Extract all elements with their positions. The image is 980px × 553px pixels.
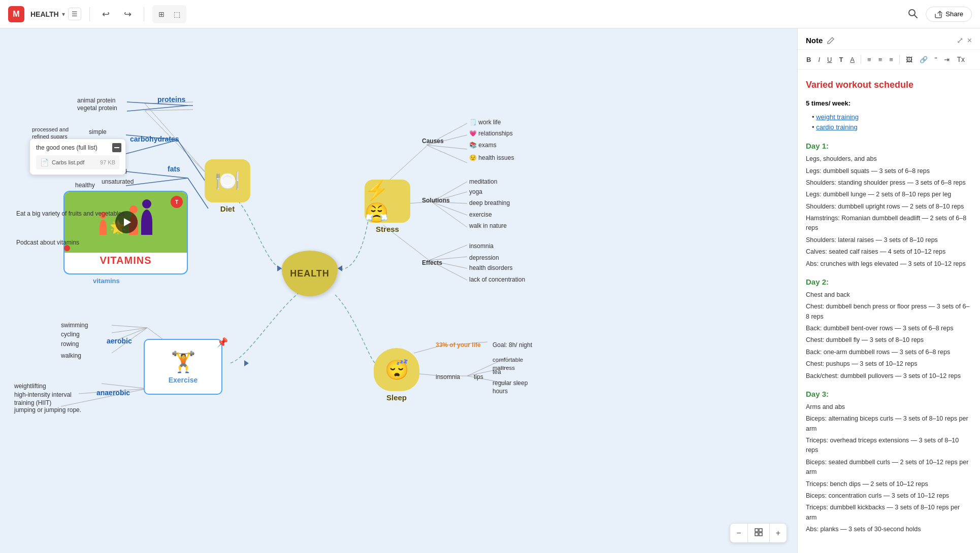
italic-button[interactable]: I bbox=[815, 54, 823, 65]
note-label: Note bbox=[806, 36, 823, 45]
svg-line-25 bbox=[432, 202, 467, 227]
svg-marker-47 bbox=[277, 265, 282, 271]
causes-label: Causes bbox=[422, 137, 444, 145]
chevron-down-icon[interactable]: ▾ bbox=[62, 11, 65, 18]
note-title-area: Note bbox=[806, 36, 835, 45]
underline-button[interactable]: U bbox=[825, 54, 834, 65]
document-title[interactable]: HEALTH bbox=[30, 10, 59, 18]
logo-letter: M bbox=[13, 10, 19, 19]
main-area: HEALTH 🍽️ Diet ⚡😤 Stress 🏋️ Exercise 😴 S… bbox=[0, 28, 980, 553]
file-name: Carbs list.pdf bbox=[52, 159, 84, 165]
note-subtitle: 5 times/ week: bbox=[806, 98, 972, 109]
clear-format-button[interactable]: Tx bbox=[954, 54, 967, 65]
undo-button[interactable]: ↩ bbox=[98, 6, 114, 23]
sleep-icon-box: 😴 bbox=[374, 348, 419, 391]
note-content[interactable]: Varied workout schedule 5 times/ week: w… bbox=[798, 70, 980, 553]
exercise-node[interactable]: 🏋️ Exercise bbox=[144, 339, 222, 395]
day3-item-5: Triceps: dumbbell kickbacks — 3 sets of … bbox=[806, 503, 972, 523]
walking: walking bbox=[61, 352, 81, 359]
svg-rect-52 bbox=[755, 529, 758, 532]
popup-close-icon[interactable] bbox=[112, 143, 121, 152]
note-edit-icon[interactable] bbox=[827, 37, 835, 45]
svg-rect-54 bbox=[755, 533, 758, 536]
sleep-pct: 33% of your life bbox=[436, 341, 481, 349]
stress-icon-box: ⚡😤 bbox=[365, 180, 410, 223]
redo-button[interactable]: ↪ bbox=[120, 6, 136, 23]
weight-training-link[interactable]: weight training bbox=[816, 113, 859, 121]
svg-line-14 bbox=[126, 178, 188, 186]
align-button[interactable]: ≡ bbox=[887, 54, 896, 65]
image-button[interactable]: 🖼 bbox=[903, 54, 915, 65]
search-button[interactable] bbox=[904, 5, 921, 23]
popup-text: the good ones (full list) bbox=[36, 144, 119, 151]
note-header: Note ⤢ × bbox=[798, 28, 980, 50]
carbohydrates-label: carbohydrates bbox=[130, 135, 179, 143]
zoom-in-button[interactable]: + bbox=[770, 525, 787, 542]
healthy-fat: healthy bbox=[75, 182, 95, 189]
share-button[interactable]: Share bbox=[926, 7, 972, 22]
day3-item-3: Triceps: bench dips — 2 sets of 10–12 re… bbox=[806, 479, 972, 489]
red-dot-vitamins bbox=[64, 245, 70, 251]
day2-item-0: Chest: dumbbell bench press or floor pre… bbox=[806, 302, 972, 322]
day3-intro: Arms and abs bbox=[806, 402, 972, 412]
bold-button[interactable]: B bbox=[804, 54, 813, 65]
zoom-fit-icon bbox=[754, 528, 763, 537]
exercise-icon: 🏋️ bbox=[171, 350, 196, 374]
fats-label: fats bbox=[168, 165, 180, 173]
title-button[interactable]: T bbox=[836, 54, 845, 65]
vitamins-video[interactable]: 🌟 T bbox=[64, 192, 187, 253]
menu-button[interactable]: ☰ bbox=[68, 8, 81, 20]
font-color-button[interactable]: A bbox=[847, 54, 857, 65]
day3-item-6: Abs: planks — 3 sets of 30-second holds bbox=[806, 525, 972, 534]
walk-nature: walk in nature bbox=[469, 222, 507, 229]
exercise-label: Exercise bbox=[169, 376, 198, 384]
vitamins-title-bar: VITAMINS bbox=[64, 253, 187, 268]
connect-button[interactable]: ⊞ bbox=[154, 7, 169, 21]
sleep-node[interactable]: 😴 Sleep bbox=[374, 348, 419, 402]
jumping: jumping or jumping rope. bbox=[14, 406, 81, 413]
stress-node[interactable]: ⚡😤 Stress bbox=[365, 180, 410, 233]
workout-links-list: weight training cardio training bbox=[812, 112, 972, 133]
diet-node[interactable]: 🍽️ Diet bbox=[205, 159, 250, 213]
zoom-controls: − + bbox=[730, 523, 787, 543]
svg-line-32 bbox=[112, 325, 147, 328]
day3-item-4: Biceps: concentration curls — 3 sets of … bbox=[806, 491, 972, 501]
note-close-button[interactable]: × bbox=[967, 36, 972, 45]
svg-line-33 bbox=[112, 328, 147, 333]
sleep-tips: tips bbox=[474, 373, 483, 381]
ordered-list-button[interactable]: ≡ bbox=[865, 54, 874, 65]
hiit: high-intensity interval training (HIIT) bbox=[14, 391, 80, 407]
health-cloud: HEALTH bbox=[282, 251, 338, 296]
health-central-node[interactable]: HEALTH bbox=[282, 251, 338, 296]
temu-badge: T bbox=[171, 196, 183, 208]
toolbar-divider bbox=[861, 55, 861, 64]
toolbar-right: Share bbox=[904, 5, 972, 23]
svg-point-0 bbox=[909, 10, 915, 16]
toolbar: M HEALTH ▾ ☰ ↩ ↪ ⊞ ⬚ Share bbox=[0, 0, 980, 28]
health-disorders: health disorders bbox=[469, 264, 512, 271]
divider-2 bbox=[144, 7, 144, 21]
cardio-training-link[interactable]: cardio training bbox=[816, 123, 858, 131]
depression: depression bbox=[469, 254, 499, 261]
unordered-list-button[interactable]: ≡ bbox=[876, 54, 885, 65]
zoom-out-button[interactable]: − bbox=[730, 525, 747, 542]
svg-line-37 bbox=[102, 384, 147, 389]
link-button[interactable]: 🔗 bbox=[917, 54, 930, 65]
svg-line-9 bbox=[178, 140, 208, 186]
quote-button[interactable]: " bbox=[932, 54, 940, 65]
branch-lines bbox=[0, 28, 797, 553]
title-area: HEALTH ▾ ☰ bbox=[30, 8, 81, 20]
note-resize-button[interactable]: ⤢ bbox=[957, 36, 963, 45]
solutions-label: Solutions bbox=[422, 197, 450, 204]
toolbar-tool-group: ⊞ ⬚ bbox=[152, 5, 186, 23]
relationships: 💗 relationships bbox=[469, 130, 513, 137]
zoom-fit-button[interactable] bbox=[747, 524, 770, 542]
indent-button[interactable]: ⇥ bbox=[941, 54, 952, 65]
frame-button[interactable]: ⬚ bbox=[170, 7, 184, 21]
day3-header: Day 3: bbox=[806, 388, 972, 400]
day1-item-7: Abs: crunches with legs elevated — 3 set… bbox=[806, 259, 972, 269]
diet-label: Diet bbox=[220, 204, 235, 213]
insomnia-effect: insomnia bbox=[469, 243, 494, 250]
vitamins-card[interactable]: 🌟 T VITAMINS bbox=[63, 191, 188, 274]
canvas[interactable]: HEALTH 🍽️ Diet ⚡😤 Stress 🏋️ Exercise 😴 S… bbox=[0, 28, 797, 553]
